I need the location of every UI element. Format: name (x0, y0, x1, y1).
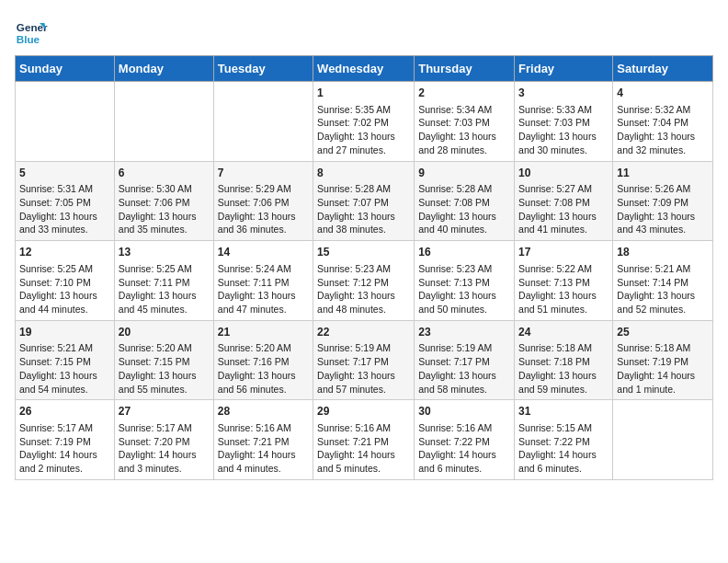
sunrise-time: Sunrise: 5:21 AM (19, 341, 110, 355)
sunrise-time: Sunrise: 5:18 AM (518, 341, 609, 355)
daylight-hours: Daylight: 13 hours and 45 minutes. (119, 289, 210, 316)
sunrise-time: Sunrise: 5:16 AM (418, 421, 510, 435)
sunset-time: Sunset: 7:09 PM (617, 196, 709, 210)
calendar-cell: 19Sunrise: 5:21 AMSunset: 7:15 PMDayligh… (16, 320, 115, 400)
daylight-hours: Daylight: 13 hours and 27 minutes. (317, 130, 410, 156)
sunset-time: Sunset: 7:21 PM (317, 435, 410, 449)
day-number: 23 (418, 325, 510, 340)
day-number: 8 (317, 166, 410, 181)
day-number: 30 (418, 404, 510, 419)
weekday-header-tuesday: Tuesday (213, 56, 313, 82)
sunset-time: Sunset: 7:22 PM (418, 435, 510, 449)
sunset-time: Sunset: 7:02 PM (317, 116, 410, 130)
sunrise-time: Sunrise: 5:19 AM (317, 341, 410, 355)
day-number: 17 (518, 245, 609, 260)
sunrise-time: Sunrise: 5:23 AM (418, 262, 510, 276)
calendar-cell: 28Sunrise: 5:16 AMSunset: 7:21 PMDayligh… (213, 400, 313, 480)
day-number: 18 (617, 245, 709, 260)
daylight-hours: Daylight: 13 hours and 36 minutes. (218, 210, 309, 236)
calendar-cell: 12Sunrise: 5:25 AMSunset: 7:10 PMDayligh… (16, 241, 115, 321)
daylight-hours: Daylight: 14 hours and 2 minutes. (19, 448, 110, 475)
calendar-cell: 4Sunrise: 5:32 AMSunset: 7:04 PMDaylight… (613, 82, 713, 162)
sunrise-time: Sunrise: 5:28 AM (317, 182, 410, 196)
sunrise-time: Sunrise: 5:17 AM (19, 421, 110, 435)
calendar-cell: 15Sunrise: 5:23 AMSunset: 7:12 PMDayligh… (313, 241, 415, 321)
sunset-time: Sunset: 7:13 PM (518, 276, 609, 290)
day-number: 4 (617, 86, 709, 101)
daylight-hours: Daylight: 13 hours and 54 minutes. (19, 369, 110, 396)
sunrise-time: Sunrise: 5:27 AM (518, 182, 609, 196)
sunrise-time: Sunrise: 5:15 AM (518, 421, 609, 435)
sunrise-time: Sunrise: 5:28 AM (418, 182, 510, 196)
sunrise-time: Sunrise: 5:32 AM (617, 103, 709, 117)
sunrise-time: Sunrise: 5:25 AM (119, 262, 210, 276)
sunrise-time: Sunrise: 5:21 AM (617, 262, 709, 276)
sunset-time: Sunset: 7:13 PM (418, 276, 510, 290)
daylight-hours: Daylight: 14 hours and 6 minutes. (418, 448, 510, 475)
calendar-cell (213, 82, 313, 162)
sunset-time: Sunset: 7:16 PM (218, 355, 309, 369)
daylight-hours: Daylight: 13 hours and 38 minutes. (317, 210, 410, 236)
sunset-time: Sunset: 7:22 PM (518, 435, 609, 449)
sunset-time: Sunset: 7:10 PM (19, 276, 110, 290)
daylight-hours: Daylight: 13 hours and 50 minutes. (418, 289, 510, 316)
calendar-cell: 3Sunrise: 5:33 AMSunset: 7:03 PMDaylight… (515, 82, 613, 162)
weekday-header-sunday: Sunday (16, 56, 115, 82)
daylight-hours: Daylight: 14 hours and 3 minutes. (119, 448, 210, 475)
daylight-hours: Daylight: 13 hours and 28 minutes. (418, 130, 510, 156)
day-number: 7 (218, 166, 309, 181)
logo-icon: General Blue (15, 15, 48, 48)
daylight-hours: Daylight: 13 hours and 55 minutes. (119, 369, 210, 396)
day-number: 9 (418, 166, 510, 181)
calendar-cell: 13Sunrise: 5:25 AMSunset: 7:11 PMDayligh… (114, 241, 213, 321)
sunset-time: Sunset: 7:20 PM (119, 435, 210, 449)
calendar-cell: 10Sunrise: 5:27 AMSunset: 7:08 PMDayligh… (515, 161, 613, 241)
sunset-time: Sunset: 7:11 PM (218, 276, 309, 290)
daylight-hours: Daylight: 13 hours and 40 minutes. (418, 210, 510, 236)
calendar-cell: 1Sunrise: 5:35 AMSunset: 7:02 PMDaylight… (313, 82, 415, 162)
weekday-header-thursday: Thursday (415, 56, 515, 82)
weekday-header-saturday: Saturday (613, 56, 713, 82)
sunset-time: Sunset: 7:03 PM (418, 116, 510, 130)
sunset-time: Sunset: 7:14 PM (617, 276, 709, 290)
sunrise-time: Sunrise: 5:22 AM (518, 262, 609, 276)
day-number: 27 (119, 404, 210, 419)
sunset-time: Sunset: 7:15 PM (19, 355, 110, 369)
daylight-hours: Daylight: 14 hours and 1 minute. (617, 369, 709, 396)
daylight-hours: Daylight: 13 hours and 58 minutes. (418, 369, 510, 396)
calendar-cell: 7Sunrise: 5:29 AMSunset: 7:06 PMDaylight… (213, 161, 313, 241)
sunset-time: Sunset: 7:12 PM (317, 276, 410, 290)
day-number: 15 (317, 245, 410, 260)
sunset-time: Sunset: 7:11 PM (119, 276, 210, 290)
day-number: 24 (518, 325, 609, 340)
sunrise-time: Sunrise: 5:30 AM (119, 182, 210, 196)
weekday-header-wednesday: Wednesday (313, 56, 415, 82)
daylight-hours: Daylight: 13 hours and 56 minutes. (218, 369, 309, 396)
calendar-cell: 23Sunrise: 5:19 AMSunset: 7:17 PMDayligh… (415, 320, 515, 400)
calendar-cell: 2Sunrise: 5:34 AMSunset: 7:03 PMDaylight… (415, 82, 515, 162)
svg-text:Blue: Blue (17, 33, 40, 45)
daylight-hours: Daylight: 13 hours and 33 minutes. (19, 210, 110, 236)
calendar-cell: 26Sunrise: 5:17 AMSunset: 7:19 PMDayligh… (16, 400, 115, 480)
sunrise-time: Sunrise: 5:20 AM (119, 341, 210, 355)
day-number: 16 (418, 245, 510, 260)
daylight-hours: Daylight: 13 hours and 51 minutes. (518, 289, 609, 316)
day-number: 29 (317, 404, 410, 419)
sunset-time: Sunset: 7:03 PM (518, 116, 609, 130)
sunset-time: Sunset: 7:06 PM (119, 196, 210, 210)
svg-text:General: General (17, 21, 48, 33)
sunrise-time: Sunrise: 5:17 AM (119, 421, 210, 435)
calendar-cell: 16Sunrise: 5:23 AMSunset: 7:13 PMDayligh… (415, 241, 515, 321)
calendar-cell: 29Sunrise: 5:16 AMSunset: 7:21 PMDayligh… (313, 400, 415, 480)
sunset-time: Sunset: 7:17 PM (317, 355, 410, 369)
daylight-hours: Daylight: 13 hours and 35 minutes. (119, 210, 210, 236)
sunset-time: Sunset: 7:18 PM (518, 355, 609, 369)
calendar-cell (16, 82, 115, 162)
sunset-time: Sunset: 7:07 PM (317, 196, 410, 210)
day-number: 12 (19, 245, 110, 260)
sunrise-time: Sunrise: 5:33 AM (518, 103, 609, 117)
calendar-cell (613, 400, 713, 480)
daylight-hours: Daylight: 13 hours and 30 minutes. (518, 130, 609, 156)
daylight-hours: Daylight: 13 hours and 32 minutes. (617, 130, 709, 156)
sunrise-time: Sunrise: 5:24 AM (218, 262, 309, 276)
